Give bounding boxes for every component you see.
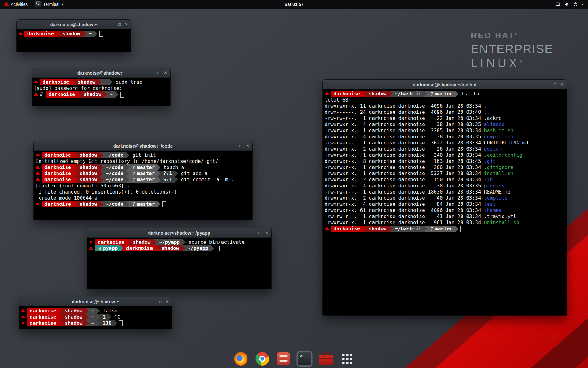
- terminal-line: [sudo] password for darknoise:: [34, 85, 168, 91]
- clock[interactable]: Sat 03:57: [285, 2, 303, 7]
- redhat-prompt-icon: [36, 203, 40, 206]
- powerline-arrow-icon: [424, 226, 427, 232]
- terminal-content[interactable]: darknoiseshadow~/bash-itmaster ls -latot…: [323, 89, 567, 315]
- maximize-button[interactable]: □: [239, 144, 242, 148]
- prompt-segment: master: [427, 91, 455, 97]
- minimize-button[interactable]: —: [151, 300, 155, 304]
- top-bar: Activities Terminal ▾ Sat 03:57 ▾: [0, 0, 588, 9]
- titlebar[interactable]: darknoise@shadow:~/code — □ ✕: [34, 141, 252, 151]
- prompt-segment: darknoise: [331, 226, 363, 232]
- chrome-icon[interactable]: [254, 351, 270, 367]
- git-branch-icon: [430, 92, 433, 96]
- prompt-segment: darknoise: [42, 201, 74, 207]
- minimize-button[interactable]: —: [110, 22, 114, 26]
- terminal-window-bash-it[interactable]: darknoise@shadow:~/bash-it — □ ✕ darknoi…: [323, 80, 567, 315]
- git-branch-icon: [132, 202, 135, 206]
- terminal-line: drwxrwxr-x. 2 darknoise darknoise 150 Ja…: [325, 177, 565, 183]
- close-button[interactable]: ✕: [265, 231, 268, 235]
- titlebar[interactable]: darknoise@shadow:~ — □ ✕: [17, 20, 131, 29]
- prompt-segment: ~/code: [103, 201, 126, 207]
- close-button[interactable]: ✕: [560, 82, 564, 86]
- files-icon[interactable]: [276, 351, 291, 366]
- prompt-segment: darknoise: [46, 91, 78, 98]
- powerline-arrow-icon: [97, 314, 100, 320]
- titlebar[interactable]: darknoise@shadow:~ — □ ✕: [19, 297, 172, 306]
- minimize-button[interactable]: —: [232, 144, 236, 148]
- maximize-button[interactable]: □: [554, 82, 556, 86]
- powerline-arrow-icon: [85, 308, 89, 314]
- powerline-arrow-icon: [104, 91, 107, 98]
- toolbox-icon[interactable]: [318, 351, 334, 366]
- powerline-arrow-icon: [57, 31, 60, 37]
- powerline-arrow-icon: [126, 152, 129, 158]
- terminal-text: completion: [484, 134, 513, 140]
- window-title: darknoise@shadow:~: [77, 70, 125, 75]
- powerline-arrow-icon: [455, 91, 458, 97]
- terminal-text: ^C: [111, 314, 120, 320]
- powerline-arrow-icon: [100, 177, 103, 183]
- terminal-text: git add a: [178, 171, 207, 177]
- terminal-window-code[interactable]: darknoise@shadow:~/code — □ ✕ darknoises…: [34, 141, 252, 220]
- minimize-button[interactable]: —: [149, 71, 153, 75]
- maximize-button[interactable]: □: [118, 22, 121, 26]
- terminal-window-home-1[interactable]: darknoise@shadow:~ — □ ✕ darknoiseshadow…: [17, 20, 131, 52]
- terminal-content[interactable]: darknoiseshadow~/pyapp source bin/activa…: [87, 238, 271, 289]
- prompt-segment: ~/bash-it: [392, 91, 424, 97]
- powerline-arrow-icon: [72, 79, 75, 85]
- powerline-arrow-icon: [98, 79, 101, 85]
- terminal-cursor: [162, 201, 166, 207]
- maximize-button[interactable]: □: [258, 231, 261, 235]
- app-grid-icon[interactable]: [340, 351, 355, 367]
- terminal-content[interactable]: darknoiseshadow~: [17, 29, 131, 52]
- prompt-segment: darknoise: [24, 31, 57, 37]
- maximize-button[interactable]: □: [159, 300, 162, 304]
- activities-button[interactable]: Activities: [0, 0, 31, 9]
- powerline-arrow-icon: [85, 314, 89, 320]
- terminal-line: [master (root-commit) 50bcb63] .: [36, 183, 251, 189]
- prompt-segment: ~/pyapp: [185, 245, 211, 251]
- maximize-button[interactable]: □: [157, 71, 160, 75]
- terminal-dock-icon[interactable]: [297, 351, 313, 367]
- close-button[interactable]: ✕: [125, 22, 128, 26]
- powerline-arrow-icon: [83, 31, 86, 37]
- terminal-line: -rwxrwxr-x. 1 darknoise darknoise 240 Ja…: [325, 152, 565, 158]
- terminal-window-sudo[interactable]: darknoise@shadow:~ — □ ✕ darknoiseshadow…: [32, 68, 170, 106]
- terminal-window-home-2[interactable]: darknoise@shadow:~ — □ ✕ darknoiseshadow…: [19, 297, 172, 329]
- minimize-button[interactable]: —: [251, 231, 254, 235]
- terminal-line: -rw-rw-r--. 1 darknoise darknoise 41 Jan…: [325, 213, 565, 220]
- powerline-arrow-icon: [85, 320, 89, 326]
- powerline-arrow-icon: [74, 201, 77, 207]
- git-branch-icon: [430, 227, 433, 231]
- titlebar[interactable]: darknoise@shadow:~ — □ ✕: [32, 68, 170, 78]
- close-button[interactable]: ✕: [246, 144, 249, 148]
- terminal-line: drwx------. 24 darknoise darknoise 4096 …: [325, 109, 565, 115]
- prompt-segment: darknoise: [42, 152, 74, 158]
- prompt-segment: shadow: [366, 91, 389, 97]
- terminal-content[interactable]: darknoiseshadow~/code git initInitialize…: [34, 151, 252, 220]
- powerline-arrow-icon: [363, 91, 366, 97]
- terminal-content[interactable]: darknoiseshadow~ falsedarknoiseshadow~1 …: [19, 306, 172, 329]
- close-button[interactable]: ✕: [164, 71, 167, 75]
- minimize-button[interactable]: —: [546, 82, 550, 86]
- system-tray[interactable]: ▾: [551, 0, 588, 9]
- powerline-arrow-icon: [126, 177, 129, 183]
- app-menu-terminal[interactable]: Terminal ▾: [31, 0, 67, 9]
- titlebar[interactable]: darknoise@shadow:~/bash-it — □ ✕: [323, 80, 567, 89]
- terminal-window-pyapp[interactable]: darknoise@shadow:~/pyapp — □ ✕ darknoise…: [87, 228, 271, 289]
- powerline-arrow-icon: [59, 320, 62, 326]
- titlebar[interactable]: darknoise@shadow:~/pyapp — □ ✕: [87, 228, 271, 238]
- close-button[interactable]: ✕: [166, 300, 169, 304]
- terminal-line: pyappdarknoiseshadow~/pyapp: [89, 245, 270, 251]
- prompt-segment: 130: [100, 320, 114, 326]
- redhat-prompt-icon: [89, 247, 93, 250]
- prompt-segment: S:1: [160, 177, 175, 183]
- terminal-content[interactable]: darknoiseshadow~ sudo true[sudo] passwor…: [32, 78, 170, 106]
- prompt-segment: ~: [86, 31, 95, 37]
- powerline-arrow-icon: [108, 314, 111, 320]
- powerline-arrow-icon: [424, 91, 427, 97]
- prompt-segment: shadow: [366, 226, 389, 232]
- terminal-text: 1 file changed, 0 insertions(+), 0 delet…: [36, 189, 177, 195]
- firefox-icon[interactable]: [233, 351, 249, 367]
- powerline-arrow-icon: [127, 239, 130, 245]
- terminal-text: drwxrwxr-x. 4 darknoise darknoise 38 Jan…: [325, 183, 484, 189]
